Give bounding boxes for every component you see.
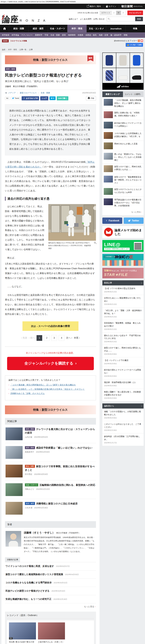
- mail-icon[interactable]: [141, 40, 143, 42]
- tab-ranking[interactable]: 最新ランキング: [102, 92, 123, 97]
- subnav-item[interactable]: 原発: [62, 34, 66, 36]
- related-thumbnail[interactable]: [6, 465, 23, 478]
- note-button[interactable]: noteで書く: [57, 96, 68, 100]
- chevron-right-icon[interactable]: ›: [141, 405, 142, 407]
- facebook-like-button[interactable]: 👍 いいね！7,301: [126, 43, 143, 47]
- breadcrumb-home[interactable]: 論座: [2, 48, 6, 51]
- subscribe-link[interactable]: 購読のご案内: [87, 5, 101, 8]
- search-button[interactable]: 検索: [135, 17, 143, 21]
- chevron-right-icon[interactable]: ›: [141, 282, 142, 284]
- breadcrumb-list[interactable]: 記事一覧: [20, 48, 27, 51]
- faq-link[interactable]: よくある質問: [80, 18, 91, 20]
- asahi-digital-logo[interactable]: 朝日新聞DIGITAL: [121, 4, 143, 8]
- share-button[interactable]: シェア: [40, 96, 48, 100]
- nav-item-society[interactable]: 社会・スポーツ: [48, 25, 67, 32]
- popular-link-2[interactable]: ›「新しい生活様式」って…安倍政権の言葉の軽さが日本を「目詰まり」させていく: [9, 388, 92, 390]
- subnav-item[interactable]: 基礎科学: [35, 34, 42, 36]
- ad-product[interactable]: [116, 53, 130, 68]
- ronza-logo[interactable]: 論座 R O N Z A: [2, 10, 47, 24]
- subnav-item[interactable]: 生態系: [78, 34, 83, 36]
- next-page-button[interactable]: 次は→スーパーの品切れ映像の弊害: [23, 321, 78, 331]
- subnav-item[interactable]: 科学者論: [12, 34, 19, 36]
- ad-info-icon[interactable]: ⓘ: [139, 53, 141, 55]
- author-name[interactable]: 須藤靖: [24, 531, 31, 534]
- hatena-bookmark-button[interactable]: B! 5: [50, 96, 56, 100]
- ranking-more-link[interactable]: もっと見る ›: [102, 209, 143, 215]
- font-size-medium[interactable]: 中: [116, 11, 121, 15]
- nav-item-culture[interactable]: 文化・エンタメ: [87, 25, 106, 32]
- ad-product[interactable]: [116, 68, 130, 83]
- page-3[interactable]: 3: [51, 335, 57, 341]
- adidas-ad[interactable]: ⓘ X adidas: [102, 52, 143, 90]
- ad-close-icon[interactable]: X: [141, 53, 143, 55]
- subnav-item[interactable]: テクノロジー: [21, 34, 33, 36]
- jinbocho-banner[interactable]: 三省堂書店＋論座 神保町の匠: [102, 254, 143, 266]
- subnav-item[interactable]: 生命・医療: [51, 34, 60, 36]
- related-thumbnail[interactable]: [6, 483, 23, 496]
- nav-item-politics[interactable]: 政治・国際: [9, 25, 29, 32]
- related-title[interactable]: 五輪開催の国際的信用に関わる、新型肺炎への対応: [39, 484, 95, 486]
- breadcrumb-category[interactable]: 科学・環境: [8, 48, 17, 51]
- nav-item-journalism[interactable]: Journalism: [106, 25, 126, 32]
- subscribe-pack-button[interactable]: 全ジャンルパックを購読する›: [7, 357, 94, 370]
- search-input[interactable]: [107, 17, 135, 21]
- corona-special-link[interactable]: コロナウイルス特集: [10, 40, 27, 42]
- ad-product[interactable]: [103, 68, 116, 83]
- article-author[interactable]: 須藤靖 東京大学教授（宇宙物理学）: [5, 85, 96, 88]
- nav-item-science[interactable]: 科学・環境: [67, 25, 87, 32]
- subnav-item[interactable]: 地球環境: [68, 34, 75, 36]
- related-title[interactable]: 感染症予防措置は「厳しいほど良い」わけではない: [36, 446, 92, 449]
- subnav-item[interactable]: 脳・認知科学: [110, 34, 121, 36]
- related-thumbnail[interactable]: [6, 446, 23, 459]
- outbrain-card[interactable]: PR 埼玉県: 驚きの品質で驚きの安価のスマートウォッチeWatch: [9, 622, 36, 644]
- feature-banner[interactable]: 特集：新型コロナウイルス 無料: [5, 56, 96, 64]
- related-thumbnail[interactable]: [6, 502, 23, 515]
- page-last[interactable]: 末尾 ›: [74, 336, 80, 340]
- follow-link[interactable]: @webronzaさんをフォロー: [114, 40, 137, 42]
- subnav-item[interactable]: 自然史・進化: [86, 34, 97, 36]
- line-banner[interactable]: LINE@ 友達登録で更新情報をお届けします: [102, 240, 143, 252]
- my-contents-button[interactable]: マイコンテンツ: [127, 10, 143, 15]
- nav-item-special[interactable]: 特集: [125, 25, 145, 32]
- page-next[interactable]: 次へ ›: [66, 336, 72, 340]
- list-button[interactable]: list: [5, 97, 10, 100]
- rss-icon[interactable]: [138, 40, 140, 42]
- subnav-item[interactable]: 情報: [124, 34, 127, 36]
- ad-product[interactable]: [130, 53, 143, 68]
- twitter-page-button[interactable]: Twitter: [124, 218, 143, 224]
- subnav-item[interactable]: 地震・災害: [99, 34, 108, 36]
- outbrain-card[interactable]: 小保方晴子さんを（今度こそ）忘れよう論座: [38, 622, 65, 644]
- tag-corona[interactable]: 新型コロナウイルス: [20, 92, 37, 94]
- category-badge[interactable]: 科学・環境: [5, 67, 16, 71]
- page-4[interactable]: 4: [59, 335, 64, 341]
- nav-item-economy[interactable]: 経済・雇用: [29, 25, 48, 32]
- login-link[interactable]: ログイン: [106, 5, 116, 8]
- tab-comments[interactable]: コメント（1週間）: [123, 92, 143, 97]
- page-2[interactable]: 2: [44, 335, 50, 341]
- tweet-button[interactable]: Tweet: [11, 97, 21, 100]
- tag-media[interactable]: メディア: [8, 92, 16, 94]
- contact-link[interactable]: お問い合わせ: [93, 18, 105, 20]
- popular-link-1[interactable]: ›「コロナ風俗嬢」発言の岡村隆史氏に、正しい“謝罪”と責任を取る機会を: [9, 384, 92, 386]
- related-title[interactable]: 消費増税と新型コロナに沈む日本経済: [36, 502, 77, 505]
- subnav-item[interactable]: 科学政策: [2, 34, 9, 36]
- zoom-icon[interactable]: [94, 242, 96, 244]
- popular-link-3[interactable]: ›北朝鮮をめぐる「誤報」のメカニズム: [9, 392, 92, 395]
- print-button[interactable]: 印刷: [86, 96, 96, 100]
- font-size-large[interactable]: 大: [121, 11, 125, 15]
- about-link[interactable]: 論座とは？: [69, 18, 78, 20]
- related-title[interactable]: テレワークを最大限に生かすには：スウェーデンからの提言: [25, 428, 95, 434]
- ad-product[interactable]: [130, 68, 143, 83]
- home-icon[interactable]: [0, 25, 9, 32]
- font-size-small[interactable]: 小: [111, 11, 116, 15]
- author-more-link[interactable]: もっと見る ›: [5, 604, 96, 609]
- subnav-item[interactable]: 宇宙: [45, 34, 48, 36]
- related-thumbnail[interactable]: [6, 428, 23, 440]
- tag-medical[interactable]: 生命・医療: [41, 92, 50, 94]
- starfile-banner[interactable]: 宝塚OGをはじめ、注目スターの話題は STAR★FILE: [102, 268, 143, 278]
- facebook-recommend-button[interactable]: fおすすめ 1,718: [22, 96, 39, 100]
- mailmag-banner[interactable]: 論座メルマガ始めました: [102, 226, 143, 238]
- author-articles-tab[interactable]: 須藤靖の記事: [5, 557, 20, 562]
- disinfection-photo[interactable]: [48, 204, 96, 241]
- ad-product[interactable]: [103, 53, 116, 68]
